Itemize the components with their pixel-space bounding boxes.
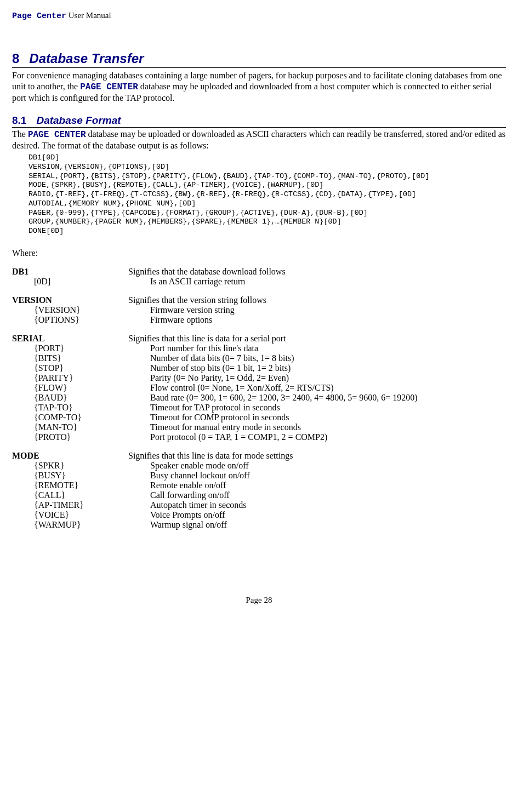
def-text: Signifies that the version string follow… [128, 295, 506, 305]
code-block: DB1[0D] VERSION,{VERSION},{OPTIONS},[0D]… [29, 153, 506, 236]
def-text: Timeout for manual entry mode in seconds [150, 422, 506, 432]
def-term: SERIAL [12, 334, 128, 344]
definition-list: DB1 Signifies that the database download… [12, 267, 506, 530]
def-term: {REMOTE} [12, 481, 150, 490]
def-row: {BAUD} Baud rate (0= 300, 1= 600, 2= 120… [12, 393, 506, 403]
def-term: {BUSY} [12, 471, 150, 481]
def-term: {BAUD} [12, 393, 150, 403]
def-row: {PARITY} Parity (0= No Parity, 1= Odd, 2… [12, 373, 506, 383]
def-row: {BITS} Number of data bits (0= 7 bits, 1… [12, 353, 506, 363]
inline-code-page-center: PAGE CENTER [80, 82, 138, 92]
def-row: {SPKR} Speaker enable mode on/off [12, 461, 506, 471]
def-row: {COMP-TO} Timeout for COMP protocol in s… [12, 413, 506, 422]
def-text: Voice Prompts on/off [150, 510, 506, 520]
def-text: Port number for this line's data [150, 344, 506, 353]
header-product: Page Center [12, 12, 66, 21]
sub-para-before: The [12, 129, 28, 139]
subsection-paragraph: The PAGE CENTER database may be uploaded… [12, 129, 506, 151]
def-text: Parity (0= No Parity, 1= Odd, 2= Even) [150, 373, 506, 383]
def-term: {PORT} [12, 344, 150, 353]
def-term: VERSION [12, 295, 128, 305]
def-text: Signifies that this line is data for a s… [128, 334, 506, 344]
def-row: {STOP} Number of stop bits (0= 1 bit, 1=… [12, 363, 506, 373]
def-row: {AP-TIMER} Autopatch timer in seconds [12, 500, 506, 510]
def-row: SERIAL Signifies that this line is data … [12, 334, 506, 344]
inline-code-page-center2: PAGE CENTER [28, 130, 86, 140]
where-label: Where: [12, 248, 506, 258]
def-row: {VERSION} Firmware version string [12, 305, 506, 315]
def-term: {PROTO} [12, 432, 150, 442]
def-term: DB1 [12, 267, 128, 277]
def-row: [0D] Is an ASCII carriage return [12, 277, 506, 287]
def-term: {WARMUP} [12, 520, 150, 530]
def-row: {WARMUP} Warmup signal on/off [12, 520, 506, 530]
def-term: {STOP} [12, 363, 150, 373]
def-row: {TAP-TO} Timeout for TAP protocol in sec… [12, 403, 506, 413]
section-number: 8 [12, 51, 19, 66]
def-term: {BITS} [12, 353, 150, 363]
def-term: {VOICE} [12, 510, 150, 520]
def-text: Is an ASCII carriage return [150, 277, 506, 287]
def-term: {VERSION} [12, 305, 150, 315]
def-text: Port protocol (0 = TAP, 1 = COMP1, 2 = C… [150, 432, 506, 442]
def-term: {OPTIONS} [12, 315, 150, 325]
def-term: {FLOW} [12, 383, 150, 393]
sub-para-after: database may be uploaded or downloaded a… [12, 129, 505, 150]
def-row: {REMOTE} Remote enable on/off [12, 481, 506, 490]
def-term: {TAP-TO} [12, 403, 150, 413]
def-text: Timeout for TAP protocol in seconds [150, 403, 506, 413]
def-text: Signifies that this line is data for mod… [128, 451, 506, 461]
def-term: {SPKR} [12, 461, 150, 471]
def-row: {PROTO} Port protocol (0 = TAP, 1 = COMP… [12, 432, 506, 442]
def-row: {OPTIONS} Firmware options [12, 315, 506, 325]
def-term: [0D] [12, 277, 150, 287]
def-row: DB1 Signifies that the database download… [12, 267, 506, 277]
def-text: Timeout for COMP protocol in seconds [150, 413, 506, 422]
def-text: Firmware options [150, 315, 506, 325]
doc-header: Page Center User Manual [12, 11, 506, 21]
def-term: MODE [12, 451, 128, 461]
def-term: {COMP-TO} [12, 413, 150, 422]
subsection-number: 8.1 [12, 115, 26, 126]
def-row: MODE Signifies that this line is data fo… [12, 451, 506, 461]
def-text: Baud rate (0= 300, 1= 600, 2= 1200, 3= 2… [150, 393, 506, 403]
def-text: Remote enable on/off [150, 481, 506, 490]
def-row: {PORT} Port number for this line's data [12, 344, 506, 353]
def-row: {BUSY} Busy channel lockout on/off [12, 471, 506, 481]
def-row: {CALL} Call forwarding on/off [12, 490, 506, 500]
def-row: {FLOW} Flow control (0= None, 1= Xon/Xof… [12, 383, 506, 393]
def-row: {VOICE} Voice Prompts on/off [12, 510, 506, 520]
def-text: Autopatch timer in seconds [150, 500, 506, 510]
def-text: Speaker enable mode on/off [150, 461, 506, 471]
def-term: {AP-TIMER} [12, 500, 150, 510]
def-term: {MAN-TO} [12, 422, 150, 432]
def-term: {CALL} [12, 490, 150, 500]
def-row: VERSION Signifies that the version strin… [12, 295, 506, 305]
def-text: Warmup signal on/off [150, 520, 506, 530]
page-footer: Page 28 [12, 596, 506, 605]
def-text: Flow control (0= None, 1= Xon/Xoff, 2= R… [150, 383, 506, 393]
def-text: Signifies that the database download fol… [128, 267, 506, 277]
def-text: Number of data bits (0= 7 bits, 1= 8 bit… [150, 353, 506, 363]
section-paragraph: For convenience managing databases conta… [12, 70, 506, 104]
def-term: {PARITY} [12, 373, 150, 383]
def-text: Firmware version string [150, 305, 506, 315]
subsection-title: Database Format [36, 115, 121, 126]
section-title: Database Transfer [29, 51, 144, 66]
def-text: Busy channel lockout on/off [150, 471, 506, 481]
def-text: Call forwarding on/off [150, 490, 506, 500]
subsection-heading: 8.1Database Format [12, 115, 506, 128]
def-row: {MAN-TO} Timeout for manual entry mode i… [12, 422, 506, 432]
def-text: Number of stop bits (0= 1 bit, 1= 2 bits… [150, 363, 506, 373]
section-heading: 8Database Transfer [12, 51, 506, 68]
header-suffix: User Manual [66, 11, 111, 20]
